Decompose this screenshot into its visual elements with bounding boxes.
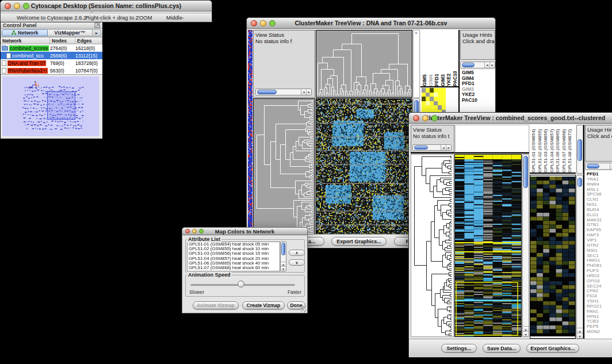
scroll-left-icon[interactable]: ◂	[301, 89, 306, 95]
scroll-left-icon[interactable]: ◂	[484, 62, 489, 68]
tab-network[interactable]: Network	[2, 29, 48, 36]
mini-heatmap-cell[interactable]	[422, 105, 426, 110]
create-vizmap-button[interactable]: Create Vizmap	[242, 301, 285, 309]
speed-slider-thumb[interactable]	[238, 281, 244, 288]
mini-heatmap-cell[interactable]	[442, 101, 446, 106]
mini-heatmap-cell[interactable]	[430, 88, 434, 93]
move-down-button[interactable]: ∨	[289, 259, 305, 266]
animate-vizmap-button[interactable]: Animate Vizmap	[193, 301, 239, 309]
scrollbar-thumb[interactable]	[577, 139, 582, 161]
zoom-button[interactable]	[23, 3, 29, 9]
network-overview-canvas[interactable]	[2, 76, 99, 136]
tv1-row-dendrogram[interactable]	[253, 98, 315, 235]
scroll-down-icon[interactable]: ▾	[281, 266, 286, 271]
mini-heatmap-cell[interactable]	[438, 93, 442, 97]
mini-heatmap-cell[interactable]	[438, 105, 442, 110]
tv2-collabel-vscrollbar[interactable]	[576, 125, 583, 174]
attribute-list-scrollbar[interactable]: ▴ ▾	[280, 242, 286, 271]
tv2-heatmap-vscrollbar[interactable]: ▴ ▾	[522, 154, 529, 337]
header-edges[interactable]: Edges	[75, 37, 102, 44]
export-graphics-button[interactable]: Export Graphics...	[526, 344, 579, 352]
mini-heatmap-cell[interactable]	[438, 88, 442, 93]
network-row[interactable]: combined_scores2764(0)16218(0)	[1, 44, 102, 52]
close-button[interactable]	[185, 229, 190, 233]
scrollbar-thumb[interactable]	[577, 178, 582, 187]
settings-button[interactable]: Settings...	[441, 344, 477, 352]
mini-heatmap-cell[interactable]	[434, 101, 438, 106]
mini-heatmap-cell[interactable]	[426, 97, 430, 101]
tv2-zoomhm-canvas[interactable]	[530, 177, 575, 336]
scrollbar-thumb[interactable]	[587, 164, 599, 168]
minimize-button[interactable]	[14, 3, 20, 9]
network-row[interactable]: combined_sco2569(6)13112(15)	[1, 52, 102, 59]
minimize-button[interactable]	[260, 20, 266, 26]
scrollbar-thumb[interactable]	[257, 90, 277, 94]
mini-heatmap-cell[interactable]	[438, 97, 442, 101]
tv2-row-dendrogram[interactable]	[411, 154, 454, 337]
cytoscape-titlebar[interactable]: Cytoscape Desktop (Session Name: collins…	[1, 1, 212, 12]
close-button[interactable]	[5, 3, 11, 9]
header-network[interactable]: Network	[1, 37, 50, 44]
scrollbar-thumb[interactable]	[462, 63, 475, 67]
scrollbar-thumb[interactable]	[523, 156, 528, 188]
mini-heatmap-cell[interactable]	[430, 101, 434, 106]
mini-heatmap-cell[interactable]	[442, 88, 446, 93]
gene-label[interactable]: PAC10	[462, 98, 495, 104]
mini-heatmap-cell[interactable]	[422, 93, 426, 97]
mini-heatmap-cell[interactable]	[430, 105, 434, 110]
mini-heatmap-cell[interactable]	[426, 88, 430, 93]
tv1-mini-heatmap[interactable]	[422, 88, 446, 114]
dialog-titlebar[interactable]: Map Colors to Network	[182, 228, 307, 235]
tab-vizmapper[interactable]: VizMapper™	[48, 29, 93, 36]
export-graphics-button[interactable]: Export Graphics...	[331, 237, 387, 246]
scrollbar-thumb[interactable]	[281, 243, 285, 255]
zoom-button[interactable]	[431, 115, 438, 121]
mini-heatmap-cell[interactable]	[422, 101, 426, 106]
mini-heatmap-cell[interactable]	[422, 97, 426, 101]
list-item[interactable]: GPL51-08 (GSM872) heat shock 80 min	[188, 270, 280, 271]
tv2-rowdendro-canvas[interactable]	[411, 155, 453, 336]
tv1-coldendro-canvas[interactable]	[316, 30, 412, 97]
scroll-right-icon[interactable]: ▸	[489, 62, 495, 68]
tv2-heatmap-canvas[interactable]	[455, 155, 521, 336]
mini-heatmap-cell[interactable]	[434, 93, 438, 97]
mini-heatmap-cell[interactable]	[426, 101, 430, 106]
gene-label[interactable]: MON2	[587, 329, 612, 335]
treeview2-titlebar[interactable]: ClusterMaker TreeView : combined_scores_…	[409, 113, 612, 124]
scroll-right-icon[interactable]: ▸	[446, 145, 451, 150]
close-button[interactable]	[251, 20, 257, 26]
save-data-button[interactable]: Save Data...	[483, 344, 521, 352]
tv2-heatmap[interactable]	[454, 154, 522, 337]
mini-heatmap-cell[interactable]	[430, 93, 434, 97]
mini-heatmap-cell[interactable]	[434, 97, 438, 101]
mini-heatmap-cell[interactable]	[426, 105, 430, 110]
scroll-left-icon[interactable]: ◂	[441, 145, 446, 150]
minimize-button[interactable]	[422, 115, 429, 121]
close-button[interactable]	[413, 115, 419, 121]
mini-heatmap-cell[interactable]	[434, 105, 438, 110]
tv1-hints-hscrollbar[interactable]: ◂ ▸	[460, 62, 495, 68]
mini-heatmap-cell[interactable]	[442, 97, 446, 101]
mini-heatmap-cell[interactable]	[438, 101, 442, 106]
scroll-right-icon[interactable]: ▸	[306, 89, 311, 95]
mini-heatmap-cell[interactable]	[430, 97, 434, 101]
scroll-up-icon[interactable]: ▴	[523, 326, 529, 331]
zoom-button[interactable]	[199, 229, 204, 233]
float-panel-icon[interactable]	[94, 22, 100, 28]
network-row[interactable]: DNA and Tran 07769(0)183728(0)	[1, 59, 102, 67]
minimize-button[interactable]	[192, 229, 197, 233]
scroll-up-icon[interactable]: ▴	[281, 262, 286, 266]
scroll-left-icon[interactable]: ◂	[610, 163, 612, 169]
scroll-down-icon[interactable]: ▾	[523, 331, 529, 336]
tv2-zoom-vscrollbar[interactable]: ▴ ▾	[576, 175, 583, 339]
zoom-button[interactable]	[269, 20, 276, 26]
move-up-button[interactable]: ∧	[289, 250, 305, 256]
tv1-column-dendrogram[interactable]	[316, 30, 412, 98]
mini-heatmap-cell[interactable]	[426, 93, 430, 97]
scroll-up-icon[interactable]: ▴	[577, 328, 583, 333]
header-nodes[interactable]: Nodes	[50, 37, 75, 44]
scroll-down-icon[interactable]: ▾	[577, 333, 583, 338]
resize-grip[interactable]	[300, 306, 307, 312]
tv1-heatmap[interactable]	[316, 98, 412, 235]
tv2-hints-hscrollbar[interactable]: ◂ ▸	[585, 163, 612, 170]
